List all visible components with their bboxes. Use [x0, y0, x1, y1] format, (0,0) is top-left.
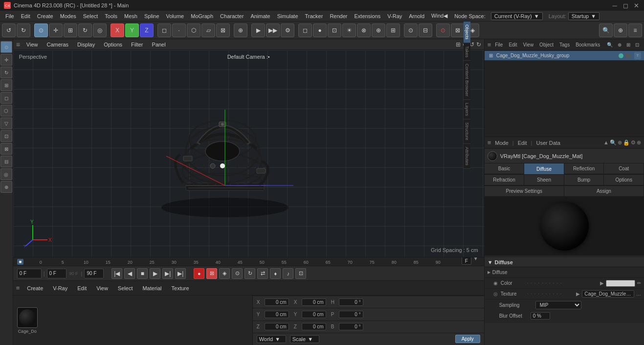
h-value[interactable]: 0 ° — [339, 299, 363, 306]
frame-stepper[interactable]: ▼ — [473, 257, 478, 261]
attr-edit-menu[interactable]: Edit — [518, 140, 527, 146]
z2-value[interactable]: 0 cm — [302, 323, 326, 330]
menu-create[interactable]: Create — [34, 12, 57, 20]
mat-material[interactable]: Material — [140, 285, 164, 292]
mat-vray[interactable]: V-Ray — [50, 285, 70, 292]
menu-tracker[interactable]: Tracker — [302, 12, 327, 20]
attr-userdata-menu[interactable]: User Data — [536, 140, 560, 146]
blur-offset-value[interactable]: 0 % — [531, 312, 550, 320]
mat-tab-options[interactable]: Options — [604, 175, 644, 185]
diffuse-collapse-icon[interactable]: ▼ — [488, 259, 493, 265]
attr-add-icon[interactable]: ⊕ — [637, 139, 641, 146]
sidebar-rotate-btn[interactable]: ↻ — [0, 67, 12, 78]
color-swatch[interactable] — [606, 280, 635, 287]
filter-button[interactable]: ⊕ — [614, 23, 627, 37]
color-radio[interactable]: ◉ — [493, 280, 498, 286]
texture-arrow[interactable]: ▶ — [576, 291, 580, 297]
sidebar-bevel-btn[interactable]: ⊟ — [0, 156, 12, 167]
mat-select[interactable]: Select — [115, 285, 135, 292]
next-frame-button[interactable]: ▶| — [162, 268, 173, 279]
menu-select[interactable]: Select — [80, 12, 102, 20]
mat-tab-refraction[interactable]: Refraction — [485, 175, 525, 185]
go-start-button[interactable]: |◀ — [111, 268, 122, 279]
cube-button[interactable]: ◻ — [298, 23, 312, 37]
poly-mode-button[interactable]: ▱ — [201, 23, 215, 37]
obj-item-cage-group[interactable]: ⊞ Cage_Dog_Muzzle_Husky_group T — [485, 51, 644, 61]
autokey-button[interactable]: ⊠ — [451, 23, 465, 37]
attr-search-icon[interactable]: 🔍 — [610, 139, 617, 146]
viewport-canvas[interactable]: Perspective Default Camera :• Grid Spaci… — [13, 50, 484, 257]
apply-button[interactable]: Apply — [455, 335, 480, 343]
bounce-icon-btn[interactable]: ⇄ — [257, 268, 268, 279]
mat-tab-reflection[interactable]: Reflection — [564, 163, 604, 174]
key-icon-btn[interactable]: ◈ — [219, 268, 230, 279]
obj-edit-menu[interactable]: Edit — [507, 42, 519, 48]
sidebar-select-btn[interactable]: ⊙ — [0, 41, 12, 53]
sidebar-scale-btn[interactable]: ⊞ — [0, 79, 12, 91]
attr-filter-icon[interactable]: ⊕ — [618, 139, 622, 146]
z-axis-button[interactable]: Z — [140, 23, 154, 37]
y2-value[interactable]: 0 cm — [302, 311, 326, 318]
color-arrow[interactable]: ▶ — [600, 280, 604, 286]
mat-item-cage[interactable]: Cage_Do — [17, 307, 38, 334]
x-position-value[interactable]: 0 cm — [265, 299, 289, 306]
vtab-content-browser[interactable]: Content Browser — [464, 61, 470, 100]
color-pencil-icon[interactable]: ✏ — [637, 280, 641, 286]
snap-button[interactable]: ⊙ — [404, 23, 418, 37]
mat-view[interactable]: View — [94, 285, 111, 292]
texture-radio[interactable]: ◎ — [493, 291, 498, 297]
vp-icon1[interactable]: ⊞ — [456, 41, 461, 48]
marker-icon-btn[interactable]: ♦ — [270, 268, 281, 279]
deformer-button[interactable]: ⊗ — [357, 23, 371, 37]
render-button[interactable]: ▶▶ — [266, 23, 280, 37]
sidebar-brush-btn[interactable]: ▽ — [0, 117, 12, 129]
mat-tab-diffuse[interactable]: Diffuse — [524, 163, 564, 174]
record-button[interactable]: ⊙ — [436, 23, 450, 37]
viewport-menu-icon[interactable]: ≡ — [16, 41, 20, 48]
menu-volume[interactable]: Volume — [163, 12, 188, 20]
playback-icon-btn[interactable]: ⊙ — [232, 268, 243, 279]
scale-tool-button[interactable]: ⊞ — [64, 23, 77, 37]
floor-button[interactable]: ⊟ — [419, 23, 432, 37]
start-frame-input[interactable] — [17, 269, 42, 278]
menu-extensions[interactable]: Extensions — [351, 12, 384, 20]
mat-tab-sheen[interactable]: Sheen — [524, 175, 564, 185]
mat-menu-icon[interactable]: ≡ — [16, 284, 20, 292]
menu-tools[interactable]: Tools — [101, 12, 121, 20]
vtab-layers[interactable]: Layers — [464, 100, 470, 119]
x-axis-button[interactable]: X — [111, 23, 124, 37]
obj-filter-icon[interactable]: ⊞ — [624, 42, 632, 48]
current-frame-input[interactable] — [47, 269, 67, 278]
vp-cameras[interactable]: Cameras — [44, 41, 71, 48]
end-frame-input[interactable] — [84, 269, 104, 278]
sidebar-sphere-btn[interactable]: ⬡ — [0, 105, 12, 116]
assign-button[interactable]: Assign — [564, 186, 644, 196]
vtab-structure[interactable]: Structure — [464, 119, 470, 144]
y-value[interactable]: 0 cm — [265, 311, 289, 318]
mat-tab-bump[interactable]: Bump — [564, 175, 604, 185]
attr-arrow-up[interactable]: ▲ — [603, 139, 609, 146]
camera-button[interactable]: ⊡ — [328, 23, 341, 37]
new-object-button[interactable]: ⊕ — [234, 23, 247, 37]
attr-lock-icon[interactable]: 🔒 — [623, 139, 630, 146]
close-button[interactable]: ✕ — [632, 2, 640, 9]
prev-frame-button[interactable]: ◀ — [124, 268, 135, 279]
sphere-button[interactable]: ● — [313, 23, 327, 37]
effector-button[interactable]: ⊕ — [372, 23, 385, 37]
edge-mode-button[interactable]: ⬡ — [187, 23, 200, 37]
obj-tags-menu[interactable]: Tags — [557, 42, 572, 48]
obj-object-menu[interactable]: Object — [537, 42, 555, 48]
diffuse-sub-triangle[interactable]: ▶ — [488, 270, 490, 275]
move-tool-button[interactable]: ✛ — [49, 23, 63, 37]
redo-button[interactable]: ↻ — [17, 23, 30, 37]
x2-value[interactable]: 0 cm — [302, 299, 326, 306]
undo-button[interactable]: ↺ — [2, 23, 16, 37]
vtab-takes[interactable]: Takes — [464, 43, 470, 61]
vp-icon4[interactable]: ↻ — [476, 41, 481, 48]
transform-tool-button[interactable]: ◎ — [93, 23, 107, 37]
sound-icon-btn[interactable]: ♪ — [283, 268, 293, 279]
vtab-attributes[interactable]: Attributes — [464, 144, 470, 169]
vtab-objects[interactable]: Objects — [464, 22, 470, 43]
sidebar-box-btn[interactable]: ◻ — [0, 92, 12, 104]
mat-tab-basic[interactable]: Basic — [485, 163, 525, 174]
